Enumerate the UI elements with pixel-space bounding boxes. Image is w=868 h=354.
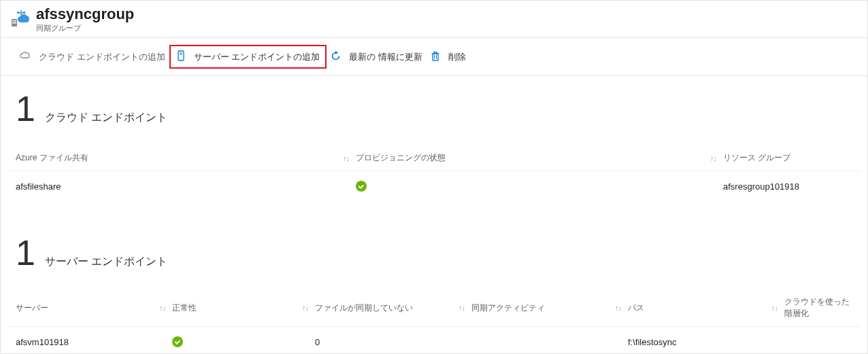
column-header-resource-group[interactable]: リソース グループ [723,152,852,164]
column-label: Azure ファイル共有 [16,152,88,164]
toolbar-label: 削除 [448,51,466,63]
cell-provisioning-state [356,181,723,192]
highlight-annotation: サーバー エンドポイントの追加 [169,45,327,69]
sort-icon: ↑↓ [302,304,315,312]
success-check-icon [172,336,183,347]
column-label: プロビジョニングの状態 [356,152,446,164]
sort-icon: ↑↓ [710,154,723,162]
column-header-path[interactable]: パス ↑↓ [628,302,784,314]
content-area: 1 クラウド エンドポイント Azure ファイル共有 ↑↓ プロビジョニングの… [1,76,867,354]
section-headline: 1 クラウド エンドポイント [7,91,861,126]
column-header-health[interactable]: 正常性 ↑↓ [172,302,315,314]
cloud-endpoints-section: 1 クラウド エンドポイント Azure ファイル共有 ↑↓ プロビジョニングの… [7,91,861,201]
column-header-provisioning-state[interactable]: プロビジョニングの状態 ↑↓ [356,152,723,164]
page-title: afssyncgroup [36,6,134,22]
svg-rect-2 [12,22,16,24]
server-endpoint-count: 1 [16,235,35,270]
page-subtitle: 同期グループ [36,23,134,33]
column-header-sync-activity[interactable]: 同期アクティビティ ↑↓ [471,302,628,314]
svg-rect-1 [12,20,16,22]
add-server-endpoint-button[interactable]: サーバー エンドポイントの追加 [172,48,324,66]
add-cloud-endpoint-button[interactable]: クラウド エンドポイントの追加 [16,48,169,66]
cell-files-not-syncing: 0 [315,337,471,347]
column-label: 同期アクティビティ [471,302,545,314]
cloud-endpoint-count: 1 [16,91,35,126]
toolbar: クラウド エンドポイントの追加 サーバー エンドポイントの追加 最新の 情報に更… [1,38,867,76]
svg-rect-7 [178,51,184,60]
server-endpoints-table: サーバー ↑↓ 正常性 ↑↓ ファイルが同期していない ↑↓ 同期アクティビティ… [7,289,861,354]
delete-button[interactable]: 削除 [427,48,470,66]
cell-server: afsvm101918 [16,337,172,347]
sync-group-icon [10,9,29,30]
column-label: パス [628,302,644,314]
table-row[interactable]: afsfileshare afsresgroup101918 [7,171,861,201]
cloud-add-icon [20,51,35,63]
svg-rect-5 [17,12,19,14]
cell-path: f:\filestosync [628,337,784,347]
table-header-row: Azure ファイル共有 ↑↓ プロビジョニングの状態 ↑↓ リソース グループ [7,145,861,171]
sort-icon: ↑↓ [615,304,628,312]
column-label: ファイルが同期していない [315,302,413,314]
server-endpoint-title: サーバー エンドポイント [45,255,167,269]
refresh-icon [331,51,345,63]
cell-resource-group: afsresgroup101918 [723,181,852,192]
sort-icon: ↑↓ [343,154,356,162]
cell-azure-file-share: afsfileshare [16,181,356,192]
table-row[interactable]: afsvm101918 0 f:\filestosync [7,327,861,354]
trash-icon [431,51,444,63]
column-label: 正常性 [172,302,197,314]
server-add-icon [176,50,190,63]
table-header-row: サーバー ↑↓ 正常性 ↑↓ ファイルが同期していない ↑↓ 同期アクティビティ… [7,289,861,327]
sort-icon: ↑↓ [458,304,471,312]
success-check-icon [356,181,367,192]
toolbar-label: 最新の 情報に更新 [349,51,422,63]
sort-icon: ↑↓ [771,304,784,312]
sort-icon: ↑↓ [159,304,172,312]
section-headline: 1 サーバー エンドポイント [7,235,861,270]
page-header: afssyncgroup 同期グループ [1,1,867,38]
cell-health [172,336,315,347]
server-endpoints-section: 1 サーバー エンドポイント サーバー ↑↓ 正常性 ↑↓ ファイルが同期してい… [7,235,861,354]
refresh-button[interactable]: 最新の 情報に更新 [327,48,427,66]
svg-rect-6 [23,12,25,14]
svg-rect-12 [434,52,437,54]
column-label: リソース グループ [723,152,790,164]
header-text-block: afssyncgroup 同期グループ [36,6,134,33]
column-header-cloud-tiering[interactable]: クラウドを使った階層化 [784,296,852,319]
column-header-azure-file-share[interactable]: Azure ファイル共有 ↑↓ [16,152,356,164]
toolbar-label: サーバー エンドポイントの追加 [194,51,320,63]
cloud-endpoints-table: Azure ファイル共有 ↑↓ プロビジョニングの状態 ↑↓ リソース グループ… [7,145,861,201]
column-label: クラウドを使った階層化 [784,296,852,319]
column-header-server[interactable]: サーバー ↑↓ [16,302,172,314]
column-label: サーバー [16,302,48,314]
column-header-files-not-syncing[interactable]: ファイルが同期していない ↑↓ [315,302,471,314]
cloud-endpoint-title: クラウド エンドポイント [45,111,167,125]
svg-rect-10 [433,54,438,60]
toolbar-label: クラウド エンドポイントの追加 [39,51,165,63]
